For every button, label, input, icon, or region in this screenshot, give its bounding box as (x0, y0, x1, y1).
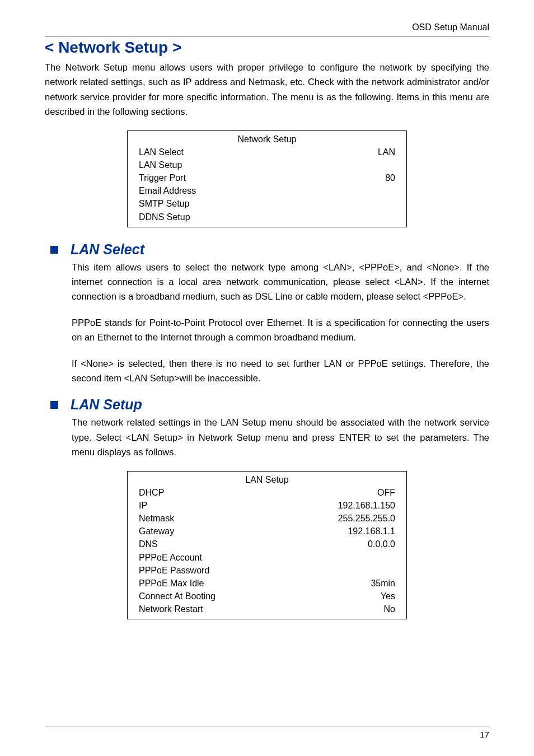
lan-setup-paragraph-1: The network related settings in the LAN … (72, 415, 489, 459)
row-label: IP (139, 499, 147, 512)
row-value: 255.255.255.0 (338, 512, 395, 525)
section-title: LAN Setup (71, 396, 142, 413)
table-row: DDNS Setup (139, 211, 395, 223)
table-row: PPPoE Account (139, 551, 395, 564)
header-right: OSD Setup Manual (45, 22, 489, 36)
row-label: DNS (139, 538, 158, 550)
row-value: Yes (381, 590, 395, 603)
row-label: Netmask (139, 512, 174, 525)
lan-select-paragraph-2: PPPoE stands for Point-to-Point Protocol… (72, 315, 489, 345)
row-label: Gateway (139, 525, 174, 538)
table-row: SMTP Setup (139, 197, 395, 210)
row-value: LAN (378, 146, 395, 158)
table-row: PPPoE Max Idle 35min (139, 577, 395, 590)
intro-paragraph: The Network Setup menu allows users with… (45, 60, 489, 119)
network-setup-table: Network Setup LAN Select LAN LAN Setup T… (127, 130, 407, 227)
row-value: 35min (371, 577, 395, 590)
table-row: DNS 0.0.0.0 (139, 538, 395, 550)
table-row: Network Restart No (139, 603, 395, 615)
row-label: LAN Select (139, 146, 184, 158)
row-label: PPPoE Password (139, 564, 209, 577)
row-label: PPPoE Account (139, 551, 202, 564)
section-header-lan-setup: LAN Setup (45, 396, 489, 413)
section-header-lan-select: LAN Select (45, 241, 489, 258)
row-label: Email Address (139, 184, 196, 197)
row-value: 192.168.1.150 (338, 499, 395, 512)
row-value: No (384, 603, 395, 615)
row-label: Connect At Booting (139, 590, 216, 603)
lan-select-paragraph-3: If <None> is selected, then there is no … (72, 356, 489, 386)
table-row: Gateway 192.168.1.1 (139, 525, 395, 538)
table-row: PPPoE Password (139, 564, 395, 577)
row-label: PPPoE Max Idle (139, 577, 204, 590)
row-label: DDNS Setup (139, 211, 190, 223)
page-footer: 17 (45, 726, 489, 739)
row-label: LAN Setup (139, 158, 182, 171)
table-row: Trigger Port 80 (139, 171, 395, 184)
table-row: LAN Setup (139, 158, 395, 171)
row-label: Trigger Port (139, 171, 186, 184)
table-row: Connect At Booting Yes (139, 590, 395, 603)
row-value: OFF (377, 486, 395, 499)
lan-select-paragraph-1: This item allows users to select the net… (72, 260, 489, 304)
row-label: SMTP Setup (139, 197, 189, 210)
row-label: Network Restart (139, 603, 203, 615)
row-label: DHCP (139, 486, 164, 499)
page-number: 17 (480, 730, 489, 739)
row-value: 192.168.1.1 (348, 525, 395, 538)
section-title: LAN Select (71, 241, 144, 258)
square-bullet-icon (50, 246, 58, 254)
table-row: LAN Select LAN (139, 146, 395, 158)
square-bullet-icon (50, 401, 58, 409)
page-title: < Network Setup > (45, 39, 489, 57)
row-value: 0.0.0.0 (368, 538, 395, 550)
table-row: Email Address (139, 184, 395, 197)
table-title: Network Setup (139, 134, 395, 144)
lan-setup-table: LAN Setup DHCP OFF IP 192.168.1.150 Netm… (127, 471, 407, 620)
table-title: LAN Setup (139, 475, 395, 485)
table-row: DHCP OFF (139, 486, 395, 499)
row-value: 80 (385, 171, 395, 184)
table-row: IP 192.168.1.150 (139, 499, 395, 512)
table-row: Netmask 255.255.255.0 (139, 512, 395, 525)
